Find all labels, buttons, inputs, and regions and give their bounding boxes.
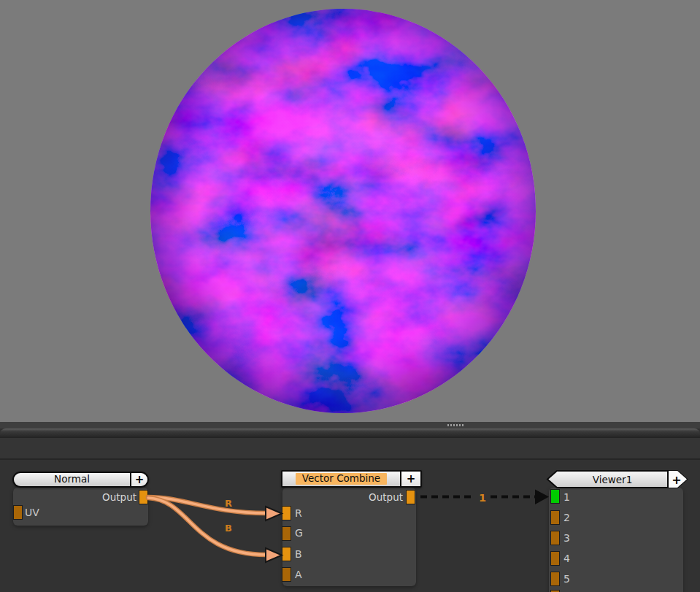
viewer1-input-label-1: 1	[564, 491, 570, 503]
normal-uv-input-port[interactable]	[13, 505, 23, 520]
vector-combine-input-port-g[interactable]	[282, 526, 291, 541]
viewer1-input-port-5[interactable]	[550, 572, 560, 586]
vector-combine-input-label-a: A	[295, 569, 302, 580]
node-vector-combine-add-button[interactable]: +	[401, 472, 420, 486]
pane-splitter[interactable]	[0, 422, 700, 428]
viewer1-input-port-3[interactable]	[550, 531, 560, 545]
vector-combine-input-label-b: B	[295, 548, 302, 560]
vector-combine-input-port-a[interactable]	[282, 567, 291, 582]
viewer1-input-port-2[interactable]	[550, 510, 560, 525]
vector-combine-input-label-g: G	[295, 527, 303, 539]
vector-combine-input-label-r: R	[295, 507, 302, 519]
node-viewer1-add-button[interactable]: +	[672, 473, 681, 487]
viewer1-input-label-2: 2	[564, 512, 570, 523]
viewer1-input-label-3: 3	[564, 532, 570, 544]
normal-uv-port-label: UV	[25, 507, 39, 518]
node-normal-header[interactable]: Normal +	[12, 472, 149, 488]
vector-combine-input-port-b[interactable]	[282, 547, 291, 561]
vector-combine-output-port[interactable]	[406, 490, 415, 504]
viewer1-input-port-1[interactable]	[550, 489, 560, 504]
material-editor-window: Normal + Output UV Vector Combine + Outp…	[0, 0, 700, 592]
sphere-rim-shading	[150, 9, 536, 413]
vector-combine-input-port-r[interactable]	[282, 506, 291, 520]
graph-toolbar-area	[0, 438, 700, 458]
node-vector-combine-header[interactable]: Vector Combine +	[281, 470, 422, 488]
node-viewer1-title: Viewer1	[593, 474, 632, 485]
viewer1-input-port-4[interactable]	[550, 551, 560, 566]
viewer1-input-label-5: 5	[564, 573, 570, 585]
node-viewer1-header[interactable]: Viewer1 +	[546, 469, 689, 489]
node-vector-combine-title: Vector Combine	[296, 473, 387, 485]
3d-preview-viewport[interactable]	[0, 0, 700, 422]
node-normal-add-button[interactable]: +	[131, 473, 147, 486]
node-vector-combine-title-area: Vector Combine	[282, 472, 400, 486]
normal-output-port[interactable]	[139, 490, 148, 504]
vector-combine-output-port-label: Output	[307, 491, 403, 503]
splitter-drag-handle-icon[interactable]	[447, 424, 464, 426]
normal-map-sphere-preview	[0, 0, 700, 422]
node-normal-title: Normal	[14, 473, 130, 486]
viewer1-input-label-4: 4	[564, 553, 570, 564]
node-panel-top-bar	[0, 428, 700, 438]
normal-output-port-label: Output	[44, 491, 136, 503]
